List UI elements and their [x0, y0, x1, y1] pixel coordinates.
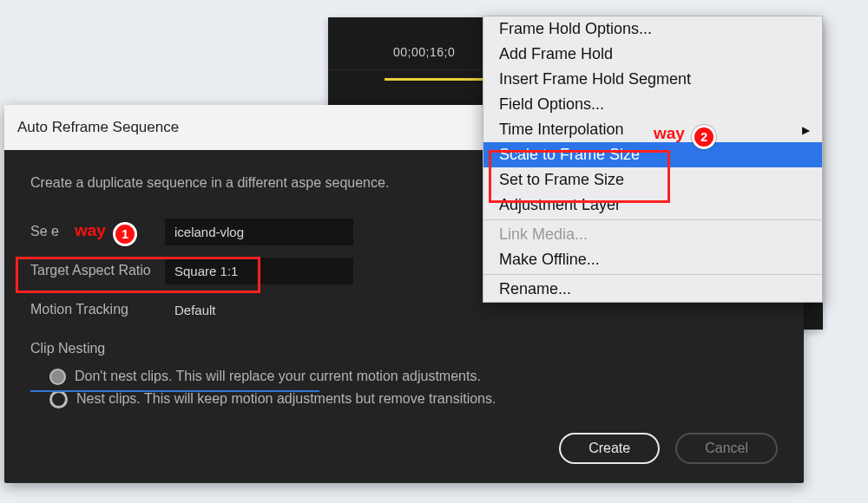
- clip-nesting-group: Clip Nesting Don't nest clips. This will…: [30, 341, 778, 408]
- radio-icon: [49, 390, 68, 408]
- menu-separator: [483, 219, 822, 220]
- annotation-label-way1: way 1: [75, 221, 137, 246]
- annotation-text: way: [654, 124, 685, 142]
- sequence-name-field[interactable]: iceland-vlog: [165, 219, 353, 245]
- menu-time-interpolation[interactable]: Time Interpolation ▶: [483, 117, 822, 142]
- menu-frame-hold-options[interactable]: Frame Hold Options...: [483, 16, 822, 42]
- context-menu: Frame Hold Options... Add Frame Hold Ins…: [483, 16, 823, 303]
- menu-make-offline[interactable]: Make Offline...: [483, 247, 822, 272]
- menu-adjustment-layer[interactable]: Adjustment Layer: [483, 193, 822, 218]
- menu-scale-to-frame-size[interactable]: Scale to Frame Size: [483, 142, 822, 167]
- create-button[interactable]: Create: [559, 433, 660, 464]
- menu-add-frame-hold[interactable]: Add Frame Hold: [483, 42, 822, 67]
- active-row-underline: [30, 390, 319, 392]
- menu-separator: [483, 274, 822, 275]
- radio-nest[interactable]: Nest clips. This will keep motion adjust…: [49, 390, 778, 408]
- radio-icon: [49, 369, 66, 385]
- menu-set-to-frame-size[interactable]: Set to Frame Size: [483, 167, 822, 193]
- clip-nesting-label: Clip Nesting: [30, 341, 778, 356]
- cancel-button[interactable]: Cancel: [675, 433, 778, 464]
- menu-rename[interactable]: Rename...: [483, 277, 822, 302]
- motion-tracking-label: Motion Tracking: [30, 302, 165, 317]
- annotation-text: way: [75, 221, 106, 239]
- menu-label: Time Interpolation: [499, 121, 623, 138]
- motion-tracking-select[interactable]: Default: [165, 297, 353, 323]
- aspect-ratio-label: Target Aspect Ratio: [30, 263, 165, 278]
- annotation-label-way2: way 2: [654, 124, 716, 149]
- radio-dont-nest[interactable]: Don't nest clips. This will replace your…: [49, 369, 778, 385]
- submenu-arrow-icon: ▶: [802, 124, 810, 136]
- menu-link-media: Link Media...: [483, 222, 822, 247]
- aspect-ratio-select[interactable]: Square 1:1: [165, 258, 353, 284]
- radio-label: Nest clips. This will keep motion adjust…: [76, 391, 496, 407]
- annotation-number: 1: [113, 222, 137, 246]
- timecode: 00;00;16;0: [393, 45, 455, 59]
- radio-label: Don't nest clips. This will replace your…: [75, 369, 481, 384]
- annotation-number: 2: [692, 125, 716, 149]
- menu-field-options[interactable]: Field Options...: [483, 92, 822, 117]
- menu-insert-frame-hold-segment[interactable]: Insert Frame Hold Segment: [483, 67, 822, 92]
